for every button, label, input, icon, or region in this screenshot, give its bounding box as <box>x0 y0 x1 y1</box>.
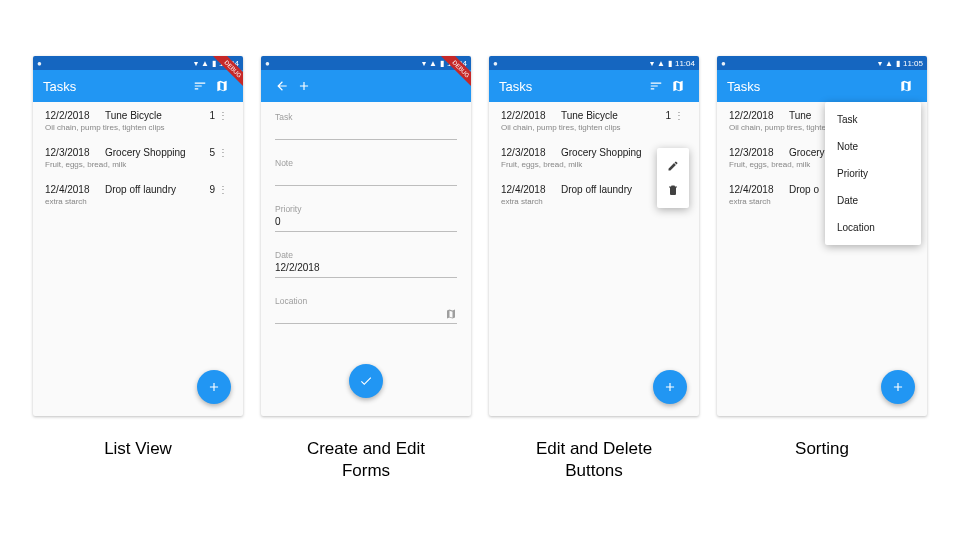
task-field[interactable]: Task <box>275 112 457 140</box>
row-actions-popup <box>657 148 689 208</box>
add-icon[interactable] <box>293 75 315 97</box>
status-bar: ● ▾▲▮11:04 <box>261 56 471 70</box>
map-icon[interactable] <box>445 306 457 324</box>
phone-form-view: DEBUG ● ▾▲▮11:04 Task Note <box>261 56 471 416</box>
caption: Sorting <box>795 438 849 460</box>
signal-icon: ▲ <box>201 59 209 68</box>
task-row[interactable]: 12/2/2018Tune Bicycle1⋮ Oil chain, pump … <box>489 102 699 139</box>
overflow-icon[interactable]: ⋮ <box>215 110 231 121</box>
add-fab[interactable] <box>653 370 687 404</box>
task-row[interactable]: 12/4/2018Drop off laundry9⋮ extra starch <box>33 176 243 213</box>
app-bar: Tasks <box>33 70 243 102</box>
caption: List View <box>104 438 172 460</box>
sort-option-task[interactable]: Task <box>825 106 921 133</box>
map-icon[interactable] <box>667 75 689 97</box>
app-bar: Tasks <box>717 70 927 102</box>
map-icon[interactable] <box>211 75 233 97</box>
task-row[interactable]: 12/3/2018Grocery Shopping5⋮ Fruit, eggs,… <box>33 139 243 176</box>
sort-option-date[interactable]: Date <box>825 187 921 214</box>
task-row[interactable]: 12/2/2018Tune Bicycle1⋮ Oil chain, pump … <box>33 102 243 139</box>
sort-icon[interactable] <box>873 75 895 97</box>
phone-list-view: DEBUG ● ▾▲▮11:04 Tasks 12/2/2018Tune Bic… <box>33 56 243 416</box>
sort-menu-popup: Task Note Priority Date Location <box>825 102 921 245</box>
status-bar: ● ▾▲▮11:04 <box>489 56 699 70</box>
wifi-icon: ▾ <box>194 59 198 68</box>
map-icon[interactable] <box>895 75 917 97</box>
battery-icon: ▮ <box>212 59 216 68</box>
app-title: Tasks <box>727 79 873 94</box>
overflow-icon[interactable]: ⋮ <box>671 110 687 121</box>
overflow-icon[interactable]: ⋮ <box>215 184 231 195</box>
sort-icon[interactable] <box>189 75 211 97</box>
app-title: Tasks <box>499 79 645 94</box>
priority-field[interactable]: Priority 0 <box>275 204 457 232</box>
app-bar: Tasks <box>489 70 699 102</box>
sort-option-location[interactable]: Location <box>825 214 921 241</box>
caption: Create and Edit Forms <box>307 438 425 482</box>
sort-option-priority[interactable]: Priority <box>825 160 921 187</box>
caption: Edit and Delete Buttons <box>536 438 652 482</box>
add-fab[interactable] <box>197 370 231 404</box>
confirm-fab[interactable] <box>349 364 383 398</box>
note-field[interactable]: Note <box>275 158 457 186</box>
sort-option-note[interactable]: Note <box>825 133 921 160</box>
delete-button[interactable] <box>657 178 689 202</box>
status-bar: ● ▾▲▮11:04 <box>33 56 243 70</box>
overflow-icon[interactable]: ⋮ <box>215 147 231 158</box>
phone-actions-view: ● ▾▲▮11:04 Tasks 12/2/2018Tune Bicycle1⋮… <box>489 56 699 416</box>
sort-icon[interactable] <box>645 75 667 97</box>
app-bar <box>261 70 471 102</box>
back-icon[interactable] <box>271 75 293 97</box>
status-bar: ● ▾▲▮11:05 <box>717 56 927 70</box>
app-title: Tasks <box>43 79 189 94</box>
add-fab[interactable] <box>881 370 915 404</box>
location-field[interactable]: Location <box>275 296 457 324</box>
phone-sort-view: ● ▾▲▮11:05 Tasks 12/2/2018Tune Oil chain… <box>717 56 927 416</box>
edit-button[interactable] <box>657 154 689 178</box>
date-field[interactable]: Date 12/2/2018 <box>275 250 457 278</box>
